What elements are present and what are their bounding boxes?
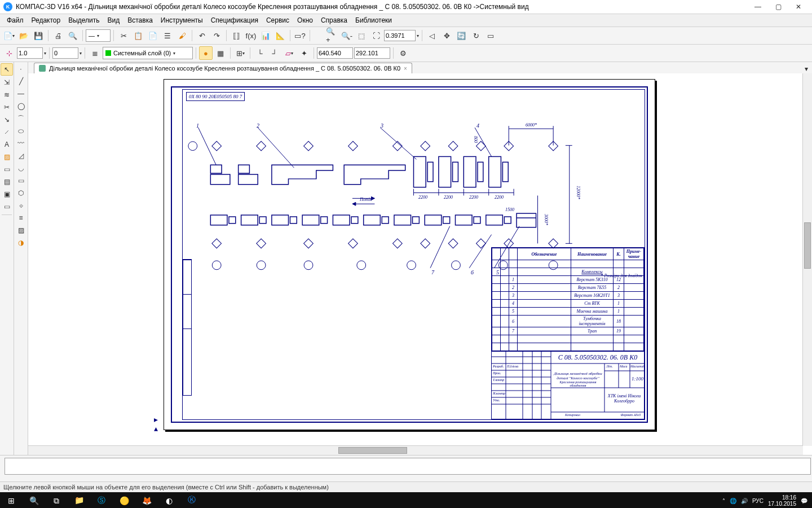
dimensions-tab[interactable]: ⇲ xyxy=(1,77,12,88)
polygon-tool[interactable]: ⬡ xyxy=(15,187,27,199)
measure-tab[interactable]: ⟋ xyxy=(1,126,12,138)
symbols-tab[interactable]: ≋ xyxy=(1,89,12,100)
grid-button[interactable]: ▦ xyxy=(214,46,227,60)
zoom-in-button[interactable]: 🔍+ xyxy=(325,29,339,42)
hatch-tool[interactable]: ▨ xyxy=(15,225,27,236)
zoom-out-button[interactable]: 🔍- xyxy=(340,29,354,42)
menu-help[interactable]: Справка xyxy=(317,15,351,25)
round-button[interactable]: ▱▾ xyxy=(283,46,296,60)
minimize-button[interactable]: — xyxy=(748,1,768,13)
redo-button[interactable]: ↷ xyxy=(210,29,223,42)
local-cs-button[interactable]: ✦ xyxy=(297,46,311,60)
paste-button[interactable]: 📄 xyxy=(146,29,160,42)
maximize-button[interactable]: ▢ xyxy=(768,1,788,13)
report-tab[interactable]: ▤ xyxy=(1,176,12,187)
point-tool[interactable]: · xyxy=(15,63,27,75)
zoom-fit-button[interactable]: ⛶ xyxy=(369,29,383,42)
copy-button[interactable]: 📋 xyxy=(131,29,145,42)
menu-insert[interactable]: Вставка xyxy=(124,15,156,25)
firefox-task[interactable]: 🦊 xyxy=(135,492,158,508)
tray-clock[interactable]: 18:1617.10.2015 xyxy=(768,494,796,507)
text-tab[interactable]: A xyxy=(1,139,12,150)
ellipse-tool[interactable]: ⬭ xyxy=(15,125,27,137)
aux-line-tool[interactable]: ╱ xyxy=(15,76,27,87)
arc-tool[interactable]: ⌒ xyxy=(15,113,27,124)
tray-lang[interactable]: РУС xyxy=(752,498,764,504)
hatch2-tool[interactable]: ◑ xyxy=(15,237,27,248)
tray-up-icon[interactable]: ˄ xyxy=(722,498,725,504)
chamfer-tool[interactable]: ◿ xyxy=(15,150,27,161)
rotate-button[interactable]: 🔄 xyxy=(454,29,468,42)
horizontal-scrollbar[interactable] xyxy=(28,445,803,455)
insert-tab[interactable]: ▣ xyxy=(1,189,12,200)
layer-combo[interactable]: Системный слой (0)▾ xyxy=(103,47,193,59)
equidistant-tool[interactable]: ≡ xyxy=(15,212,27,224)
start-button[interactable]: ⊞ xyxy=(0,492,23,508)
chrome-task[interactable]: 🟡 xyxy=(113,492,135,508)
hatch-tab[interactable]: ▨ xyxy=(1,151,12,163)
command-input[interactable] xyxy=(5,458,811,475)
brackets-button[interactable]: ⟦⟧ xyxy=(230,29,243,42)
circle-tool[interactable]: ◯ xyxy=(15,100,27,112)
menu-libraries[interactable]: Библиотеки xyxy=(352,15,395,25)
config-button[interactable]: ⚙ xyxy=(396,46,410,60)
fx-button[interactable]: f(x) xyxy=(244,29,258,42)
coord-y-input[interactable] xyxy=(354,47,390,59)
menu-view[interactable]: Вид xyxy=(104,15,123,25)
spline-tool[interactable]: 〰 xyxy=(15,138,27,149)
ortho-button[interactable]: └ xyxy=(253,46,267,60)
style-combo[interactable]: — ▾ xyxy=(86,29,111,42)
vertical-scrollbar[interactable] xyxy=(802,73,812,446)
fullscreen-button[interactable]: ▭ xyxy=(484,29,497,42)
steam-task[interactable]: ◐ xyxy=(158,492,180,508)
search-button[interactable]: 🔍 xyxy=(23,492,45,508)
undo-button[interactable]: ↶ xyxy=(195,29,209,42)
properties-button[interactable]: ☰ xyxy=(161,29,174,42)
geometry-tab[interactable]: ↖ xyxy=(1,63,13,76)
menu-edit[interactable]: Редактор xyxy=(28,15,64,25)
contour-tool[interactable]: ⟐ xyxy=(15,200,27,211)
skype-task[interactable]: Ⓢ xyxy=(90,492,113,508)
pan-button[interactable]: ✥ xyxy=(440,29,453,42)
new-button[interactable]: 📄▾ xyxy=(2,29,16,42)
rect-tool[interactable]: ▭ xyxy=(15,175,27,186)
menu-service[interactable]: Сервис xyxy=(263,15,293,25)
close-button[interactable]: ✕ xyxy=(788,1,809,13)
document-tab-close[interactable]: × xyxy=(404,65,407,72)
action-center-icon[interactable]: 💬 xyxy=(801,498,807,504)
edit-tab[interactable]: ✂ xyxy=(1,102,12,113)
layers-button[interactable]: ≣ xyxy=(88,46,102,60)
menu-select[interactable]: Выделить xyxy=(65,15,103,25)
tray-sound-icon[interactable]: 🔊 xyxy=(741,498,748,504)
format-button[interactable]: 🖌 xyxy=(175,29,189,42)
open-button[interactable]: 📂 xyxy=(17,29,30,42)
coord-origin-button[interactable]: ⊹ xyxy=(2,46,16,60)
coord-x-input[interactable] xyxy=(317,47,353,59)
zoom-input[interactable] xyxy=(384,30,416,41)
preview-button[interactable]: 🔍 xyxy=(66,29,80,42)
snap-button[interactable]: ● xyxy=(199,46,213,60)
variables-button[interactable]: 📊 xyxy=(259,29,272,42)
menu-spec[interactable]: Спецификация xyxy=(208,15,262,25)
tab-list-button[interactable]: ▾ xyxy=(801,64,812,73)
kompas-task[interactable]: Ⓚ xyxy=(180,492,203,508)
save-button[interactable]: 💾 xyxy=(32,29,45,42)
menu-window[interactable]: Окно xyxy=(294,15,316,25)
step1-input[interactable] xyxy=(17,47,43,59)
menu-tools[interactable]: Инструменты xyxy=(157,15,206,25)
grid2-button[interactable]: ⊞▾ xyxy=(233,46,247,60)
print-button[interactable]: 🖨 xyxy=(51,29,65,42)
parametric-button[interactable]: 📐 xyxy=(273,29,287,42)
spec-tab[interactable]: ▭ xyxy=(1,164,12,175)
perp-button[interactable]: ┘ xyxy=(268,46,281,60)
tray-network-icon[interactable]: 🌐 xyxy=(730,498,736,504)
drawing-canvas[interactable]: 0Х 80 90 20Е050505 80 7 xyxy=(28,73,803,446)
context-help-button[interactable]: ▭? xyxy=(293,29,307,42)
cut-button[interactable]: ✂ xyxy=(117,29,130,42)
prev-view-button[interactable]: ◁ xyxy=(425,29,439,42)
refresh-button[interactable]: ↻ xyxy=(469,29,483,42)
menu-file[interactable]: Файл xyxy=(3,15,27,25)
document-tab[interactable]: Дільниця механічної обробки деталі Колес… xyxy=(34,63,412,73)
views-tab[interactable]: ▭ xyxy=(1,201,12,212)
step2-input[interactable] xyxy=(52,47,78,59)
